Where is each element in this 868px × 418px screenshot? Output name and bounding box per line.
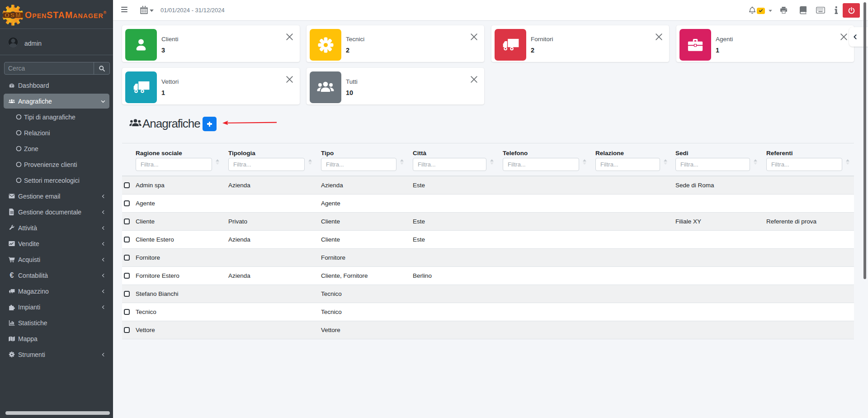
svg-text:OPENSTAMANAGER®: OPENSTAMANAGER®	[25, 10, 107, 20]
svg-text:OSM: OSM	[5, 12, 21, 19]
